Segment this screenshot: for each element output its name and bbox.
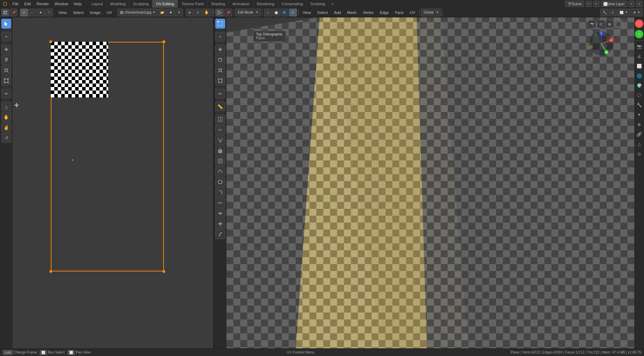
uv-tool-pinch[interactable]: ✌ [1,122,11,132]
uv-tool-annotate[interactable]: ✏ [1,89,11,98]
right-icon-modifier[interactable]: 🔧 [635,101,643,109]
vp-tool-select-box[interactable] [215,19,225,29]
add-workspace-button[interactable]: + [329,0,336,8]
menu-window[interactable]: Window [52,0,71,8]
uv-uv-menu[interactable]: UV [104,8,115,17]
nav-gizmo-container[interactable]: X Y Z [587,30,615,57]
tab-uv-editing[interactable]: UV Editing [152,0,178,8]
uv-canvas[interactable]: ✛ [13,17,213,348]
vp-add-menu[interactable]: Add [331,8,344,17]
tab-modeling[interactable]: Modeling [107,0,130,8]
vp-grid-button[interactable]: ⊞ [606,20,613,28]
vp-face-menu[interactable]: Face [392,8,406,17]
vp-material-button[interactable]: 🔵 [281,9,288,16]
tab-shading[interactable]: Shading [208,0,229,8]
vp-overlay-button[interactable]: ⬜ ▼ [617,9,630,16]
uv-select-mode-edge[interactable]: — [29,9,36,16]
right-icon-particles[interactable]: ✦ [635,111,643,119]
uv-select-mode-face[interactable]: ■ [37,9,45,16]
vp-tool-inset[interactable] [215,156,225,166]
scene-remove-button[interactable]: × [593,1,599,7]
zoom-region-button[interactable]: ⊕ [186,9,193,16]
uv-select-menu[interactable]: Select [70,8,87,17]
right-icon-object[interactable]: ⬡ [635,91,643,100]
vp-edge-menu[interactable]: Edge [377,8,392,17]
menu-render[interactable]: Render [34,0,52,8]
scene-selector[interactable]: 🎬 Scene [565,1,584,7]
corner-handle-br[interactable] [162,270,165,273]
vp-select-menu[interactable]: Select [315,8,331,17]
uv-pin-button[interactable]: 📌 [10,9,17,16]
uv-select-mode-vertex[interactable]: ● [20,9,28,16]
vp-nav-icon-side[interactable]: ⬡ [635,30,643,38]
right-icon-view-layer[interactable]: ⬜ [635,62,643,70]
uv-tool-move[interactable] [1,45,11,54]
menu-edit[interactable]: Edit [22,0,34,8]
right-icon-physics[interactable]: ⊕ [635,120,643,129]
scene-add-button[interactable]: + [586,1,592,7]
vp-mesh-menu[interactable]: Mesh [344,8,359,17]
uv-tool-relax[interactable]: ↺ [1,133,11,143]
vp-tool-shrink-fatten[interactable] [215,219,225,229]
tab-animation[interactable]: Animation [229,0,253,8]
vp-tool-poly-build[interactable] [215,177,225,187]
vp-wireframe-button[interactable]: ◻ [264,9,272,16]
vp-tool-transform-3d[interactable] [215,76,225,86]
image-file-selector[interactable]: 🖼 checkerboard.jpg ▼ [118,9,158,16]
image-new-button[interactable]: ✚ [167,9,175,16]
vp-editor-type-button[interactable] [215,9,224,16]
vp-tool-measure[interactable]: 📏 [215,102,225,111]
uv-tool-select[interactable] [1,19,11,29]
right-icon-material[interactable]: ◎ [635,150,643,158]
vp-tool-bevel[interactable] [215,167,225,176]
vp-tool-annotate-3d[interactable]: ✏ [215,89,225,98]
vp-zoom-button[interactable]: ⊡ [597,20,605,28]
corner-handle-tl[interactable] [49,40,52,43]
vp-solid-button[interactable]: ⬤ [272,9,280,16]
tab-compositing[interactable]: Compositing [278,0,307,8]
view-layer-add-button[interactable]: + [628,1,635,7]
editor-type-button[interactable] [1,9,9,16]
cursor-icon-button[interactable]: ✋ [202,9,211,16]
uv-image-menu[interactable]: Image [87,8,103,17]
view-layer-selector[interactable]: ⬜ View Layer [601,1,627,7]
tab-layout[interactable]: Layout [88,0,107,8]
vp-tool-knife[interactable]: ✂ [215,125,225,135]
corner-handle-bl[interactable] [49,270,52,273]
right-icon-data[interactable]: △ [635,140,643,148]
tab-scripting[interactable]: Scripting [307,0,329,8]
vp-nav-icon-top[interactable]: ⬡ [635,19,643,28]
vp-tool-scale-3d[interactable] [215,65,225,75]
right-icon-render[interactable]: 📷 [635,42,643,51]
vp-tool-cursor-3d[interactable]: + [215,32,225,41]
viewport-content[interactable]: Top Orthographic Plane X Y [226,17,634,348]
vp-tool-edge-slide[interactable] [215,208,225,218]
vp-tool-rotate-3d[interactable] [215,55,225,65]
uv-tool-grab[interactable]: ✋ [1,112,11,122]
vp-tool-spin[interactable] [215,188,225,197]
uv-tool-scale[interactable] [1,65,11,75]
image-browse-button[interactable]: 📂 [159,9,166,16]
uv-view-menu[interactable]: View [56,8,70,17]
vp-tool-smooth[interactable] [215,198,225,208]
uv-tool-transform[interactable] [1,76,11,86]
vp-mode-selector[interactable]: Edit Mode ▼ [235,9,261,16]
vp-vertex-menu[interactable]: Vertex [360,8,376,17]
vp-render-button[interactable]: 🌐 [289,9,297,16]
vp-tool-loop-cut[interactable] [215,114,225,124]
corner-handle-tr[interactable] [162,40,165,43]
tab-texture-paint[interactable]: Texture Paint [178,0,207,8]
uv-tool-cursor[interactable]: + [1,32,11,41]
view-layer-remove-button[interactable]: × [636,1,642,7]
right-icon-world[interactable]: 🌍 [635,81,643,90]
vp-transform-orientation[interactable]: Global ▼ [421,9,441,16]
vp-camera-button[interactable]: 📷 [588,20,596,28]
vp-view-menu[interactable]: View [300,8,314,17]
uv-select-mode-island[interactable]: ⬡ [45,9,53,16]
right-icon-constraints[interactable]: 🔗 [635,130,643,139]
vp-tool-extrude[interactable] [215,146,225,156]
vp-proportional-button[interactable]: ⊙ [609,9,617,16]
right-icon-scene[interactable]: 🌐 [635,72,643,80]
image-close-button[interactable]: ✕ [175,9,183,16]
right-icon-output[interactable]: 🖨 [635,52,643,61]
